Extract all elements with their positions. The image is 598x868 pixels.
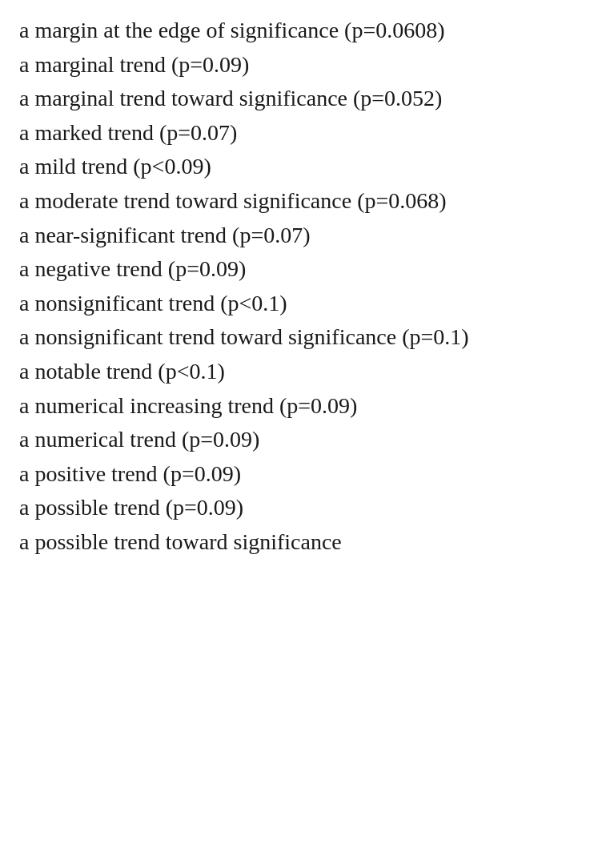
trend-list: a margin at the edge of significance (p=… <box>19 14 579 559</box>
list-item: a nonsignificant trend (p<0.1) <box>19 287 579 320</box>
list-item: a mild trend (p<0.09) <box>19 151 579 183</box>
list-item: a near-significant trend (p=0.07) <box>19 219 579 252</box>
list-item: a negative trend (p=0.09) <box>19 253 579 286</box>
list-item: a numerical increasing trend (p=0.09) <box>19 390 579 423</box>
list-item: a marked trend (p=0.07) <box>19 117 579 150</box>
list-item: a possible trend toward significance <box>19 526 579 559</box>
list-item: a moderate trend toward significance (p=… <box>19 185 579 218</box>
list-item: a nonsignificant trend toward significan… <box>19 321 579 354</box>
list-item: a marginal trend (p=0.09) <box>19 49 579 82</box>
list-item: a notable trend (p<0.1) <box>19 356 579 388</box>
list-item: a marginal trend toward significance (p=… <box>19 82 579 115</box>
list-item: a possible trend (p=0.09) <box>19 492 579 524</box>
list-item: a positive trend (p=0.09) <box>19 458 579 491</box>
list-item: a numerical trend (p=0.09) <box>19 424 579 456</box>
list-item: a margin at the edge of significance (p=… <box>19 14 579 47</box>
